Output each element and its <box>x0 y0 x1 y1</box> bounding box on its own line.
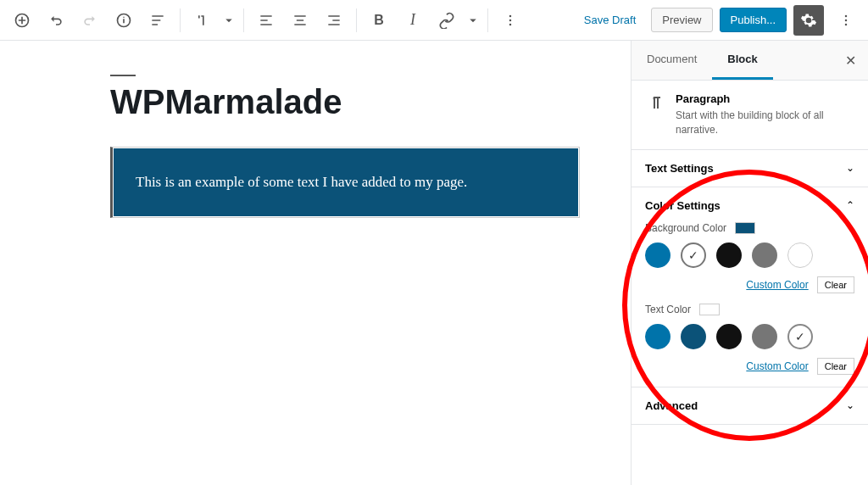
redo-button[interactable] <box>75 5 105 36</box>
swatch-black[interactable] <box>716 242 742 268</box>
swatch-darkblue-selected[interactable] <box>681 242 706 268</box>
svg-point-2 <box>509 14 512 17</box>
swatch-gray[interactable] <box>752 324 777 349</box>
svg-point-7 <box>845 23 848 25</box>
svg-point-6 <box>845 19 848 21</box>
text-color-swatches <box>645 324 854 349</box>
swatch-blue[interactable] <box>645 242 670 268</box>
chevron-down-icon: ⌄ <box>846 162 854 174</box>
outline-button[interactable] <box>142 5 173 36</box>
svg-point-5 <box>845 14 848 17</box>
post-title[interactable]: WPMarmalade <box>110 83 580 121</box>
chevron-up-icon: ⌃ <box>846 199 854 211</box>
paragraph-icon <box>645 92 665 116</box>
selected-block[interactable]: This is an example of some text I have a… <box>110 147 580 218</box>
add-block-button[interactable] <box>7 5 37 36</box>
more-rich-text-button[interactable] <box>465 5 481 36</box>
svg-point-4 <box>509 23 512 25</box>
editor-canvas[interactable]: WPMarmalade This is an example of some t… <box>0 41 631 485</box>
color-settings-panel: Color Settings ⌃ Background Color Custom… <box>632 187 868 387</box>
align-right-button[interactable] <box>319 5 349 36</box>
bold-button[interactable]: B <box>364 5 394 36</box>
custom-text-color-link[interactable]: Custom Color <box>746 360 808 372</box>
advanced-panel[interactable]: Advanced ⌄ <box>632 387 868 425</box>
italic-button[interactable]: I <box>398 5 428 36</box>
settings-sidebar: Document Block ✕ Paragraph Start with th… <box>631 41 868 485</box>
block-type-button[interactable] <box>187 5 218 36</box>
svg-point-3 <box>509 19 512 21</box>
align-left-button[interactable] <box>251 5 281 36</box>
custom-bg-color-link[interactable]: Custom Color <box>746 279 808 291</box>
info-button[interactable] <box>108 5 139 36</box>
close-sidebar-button[interactable]: ✕ <box>833 44 868 77</box>
swatch-white[interactable] <box>787 242 813 268</box>
block-title: Paragraph <box>676 92 854 105</box>
title-separator <box>110 75 136 76</box>
link-button[interactable] <box>431 5 462 36</box>
block-description: Start with the building block of all nar… <box>676 109 854 137</box>
more-options-button[interactable] <box>495 5 526 36</box>
background-color-label: Background Color <box>645 222 854 234</box>
swatch-darkblue[interactable] <box>681 324 706 349</box>
bg-color-swatches <box>645 242 854 268</box>
publish-button[interactable]: Publish... <box>720 8 787 32</box>
save-draft-button[interactable]: Save Draft <box>576 8 644 31</box>
bg-swatch-preview <box>735 222 755 234</box>
undo-button[interactable] <box>41 5 71 36</box>
text-swatch-preview <box>699 304 720 315</box>
swatch-blue[interactable] <box>645 324 670 349</box>
text-color-label: Text Color <box>645 304 854 315</box>
tab-block[interactable]: Block <box>712 41 772 80</box>
text-settings-panel[interactable]: Text Settings ⌄ <box>632 150 868 187</box>
swatch-black[interactable] <box>716 324 742 349</box>
clear-bg-button[interactable]: Clear <box>817 276 854 293</box>
align-center-button[interactable] <box>285 5 315 36</box>
tab-document[interactable]: Document <box>632 41 712 80</box>
block-type-dropdown[interactable] <box>221 5 236 36</box>
swatch-gray[interactable] <box>752 242 777 268</box>
block-description-panel: Paragraph Start with the building block … <box>632 81 868 150</box>
paragraph-block[interactable]: This is an example of some text I have a… <box>114 148 578 216</box>
chevron-down-icon: ⌄ <box>846 399 854 411</box>
settings-button[interactable] <box>793 5 824 36</box>
clear-text-button[interactable]: Clear <box>817 358 854 375</box>
top-toolbar: B I Save Draft Preview Publish... <box>0 0 868 41</box>
swatch-white-selected[interactable] <box>787 324 813 349</box>
more-menu-button[interactable] <box>831 5 861 36</box>
preview-button[interactable]: Preview <box>651 8 712 32</box>
